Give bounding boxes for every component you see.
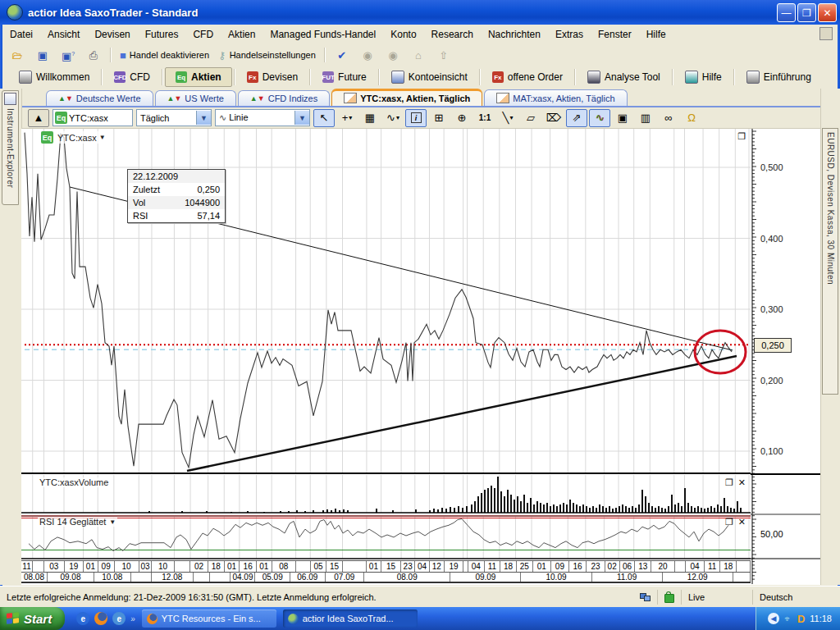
module-tab-offene-order[interactable]: Fxoffene Order <box>482 68 573 86</box>
chart-tab-ytc-xasx-aktien-täglich[interactable]: YTC:xasx, Aktien, Täglich <box>331 89 482 106</box>
add-pane-button[interactable]: ⊞ <box>428 109 450 127</box>
chart-tab-mat-xasx-aktien-täglich[interactable]: MAT:xasx, Aktien, Täglich <box>484 89 627 106</box>
maximize-pane-button[interactable]: ❐ <box>725 517 733 527</box>
module-tab-einführung[interactable]: Einführung <box>737 67 821 87</box>
module-tab-devisen[interactable]: FxDevisen <box>237 68 308 86</box>
grid-toggle-icon: ▦ <box>365 112 375 124</box>
link-charts-button[interactable]: ∞ <box>658 109 679 127</box>
grid-toggle-button[interactable]: ▦ <box>359 109 381 127</box>
maximize-pane-button[interactable]: ❐ <box>737 131 746 142</box>
instrument-explorer-tab[interactable]: Instrument-Explorer <box>2 90 19 205</box>
chart-tab-deutsche-werte[interactable]: ▲▼Deutsche Werte <box>46 90 153 106</box>
menu-fenster[interactable]: Fenster <box>591 26 639 43</box>
y-axis[interactable]: 0,250 50,00 0,5000,4000,3000,2000,100 <box>751 129 820 585</box>
menu-hilfe[interactable]: Hilfe <box>639 26 673 43</box>
title-bar: actior Idea SaxoTrader - Standard — ❐ ✕ <box>0 0 840 25</box>
pointer-tool-button[interactable]: ↖ <box>313 109 335 127</box>
browser-icon[interactable]: e <box>112 612 126 625</box>
print-button[interactable]: ⎙ <box>82 46 105 64</box>
chart-style-select[interactable]: ∿ Linie ▼ <box>215 109 310 126</box>
system-tray: ◀ ᯤ D 11:18 <box>756 607 840 630</box>
close-pane-button[interactable]: ✕ <box>738 517 746 527</box>
trading-settings-button[interactable]: ⚷ Handelseinstellungen <box>215 46 319 64</box>
chart-tab-cfd-indizes[interactable]: ▲▼CFD Indizes <box>238 90 330 106</box>
close-pane-button[interactable]: ✕ <box>738 477 746 488</box>
chart-plot-area[interactable]: Eq YTC:xasx ▼ ❐ YTC:xasxVolume ❐✕ RSI 14… <box>21 129 751 585</box>
delete-drawings-button[interactable]: ⌦ <box>543 109 564 127</box>
back-button[interactable]: ◉ <box>356 46 379 64</box>
day-cell-04: 04 <box>415 561 430 572</box>
open-button[interactable]: 🗁 <box>6 46 29 64</box>
firefox-icon[interactable] <box>94 612 107 625</box>
menu-datei[interactable]: Datei <box>2 26 40 43</box>
collapse-toolbar-button[interactable]: ▲ <box>28 109 49 127</box>
minimized-chart-tab[interactable]: EURUSD, Devisen Kassa, 30 Minuten <box>822 128 838 395</box>
module-tab-aktien[interactable]: EqAktien <box>165 67 232 87</box>
menu-devisen[interactable]: Devisen <box>87 26 137 43</box>
module-tab-hilfe[interactable]: Hilfe <box>675 67 732 87</box>
chart-workspace: Instrument-Explorer Eq YTC:xasx ▼ ❐ YTC:… <box>0 129 840 585</box>
rsi-pane-label-wrap[interactable]: RSI 14 Geglättet ▼ <box>38 517 117 527</box>
module-tab-label: Aktien <box>191 71 221 83</box>
save-button[interactable]: ▣ <box>31 46 54 64</box>
trendline-tool-button[interactable]: ╲▾ <box>497 109 518 127</box>
chart-thumbnail-icon <box>496 93 509 103</box>
menu-research[interactable]: Research <box>424 26 481 43</box>
crosshair-tool-button[interactable]: +▾ <box>336 109 358 127</box>
volume-chart[interactable] <box>21 475 751 514</box>
minimize-button[interactable]: — <box>777 3 796 22</box>
menu-cfd[interactable]: CFD <box>185 26 221 43</box>
module-tab-willkommen[interactable]: Willkommen <box>9 67 99 87</box>
alert-bell-button[interactable]: Ω <box>681 109 702 127</box>
tray-app-icon[interactable]: D <box>797 613 805 625</box>
eraser-button[interactable]: ▱ <box>520 109 541 127</box>
instrument-input[interactable]: Eq YTC:xasx <box>52 109 133 126</box>
copy-chart-image-button[interactable]: ▥ <box>635 109 656 127</box>
wireless-icon[interactable]: ᯤ <box>784 614 792 623</box>
save-chart-image-button[interactable]: ▣ <box>612 109 633 127</box>
restore-button[interactable]: ❐ <box>797 3 816 22</box>
menu-konto[interactable]: Konto <box>383 26 423 43</box>
menu-aktien[interactable]: Aktien <box>221 26 262 43</box>
menu-extras[interactable]: Extras <box>548 26 591 43</box>
module-tab-cfd[interactable]: CFDCFD <box>104 68 160 86</box>
internet-explorer-icon[interactable]: e <box>76 612 89 625</box>
up-button[interactable]: ⇧ <box>432 46 455 64</box>
menu-nachrichten[interactable]: Nachrichten <box>481 26 548 43</box>
window-title: actior Idea SaxoTrader - Standard <box>28 7 198 19</box>
rsi-chart[interactable] <box>21 515 751 559</box>
chart-tab-us-werte[interactable]: ▲▼US Werte <box>155 90 236 106</box>
maximize-pane-button[interactable]: ❐ <box>725 477 733 488</box>
price-pane-legend[interactable]: Eq YTC:xasx ▼ <box>38 131 107 144</box>
mdi-window-icon[interactable] <box>819 27 833 40</box>
info-tool-button[interactable]: i <box>405 109 427 127</box>
home-button[interactable]: ⌂ <box>407 46 430 64</box>
crosshair-tool-icon: + <box>342 112 349 124</box>
module-tab-kontoeinsicht[interactable]: Kontoeinsicht <box>381 67 477 87</box>
start-button[interactable]: Start <box>0 607 65 630</box>
disable-trading-button[interactable]: ■ Handel deaktivieren <box>116 46 212 64</box>
tray-collapse-chevron-icon[interactable]: ◀ <box>768 613 779 624</box>
taskbar-task-button[interactable]: actior Idea SaxoTrad... <box>283 609 418 628</box>
module-tab-future[interactable]: FUTFuture <box>313 68 377 86</box>
menu-ansicht[interactable]: Ansicht <box>40 26 87 43</box>
period-select[interactable]: Täglich ▼ <box>136 109 212 126</box>
close-button[interactable]: ✕ <box>818 3 837 22</box>
menu-futures[interactable]: Futures <box>138 26 186 43</box>
forward-button[interactable]: ◉ <box>381 46 404 64</box>
chart-tab-label: YTC:xasx, Aktien, Täglich <box>360 94 470 103</box>
zoom-tool-button[interactable]: ⊕ <box>451 109 472 127</box>
info-icon: i <box>411 112 422 123</box>
taskbar-task-button[interactable]: YTC Resources - Ein s... <box>142 609 276 628</box>
confirm-button[interactable]: ✔ <box>331 46 354 64</box>
indicator-menu-button[interactable]: ∿▾ <box>382 109 404 127</box>
module-tab-analyse-tool[interactable]: Analyse Tool <box>578 67 670 87</box>
multicolor-indicator-button[interactable]: ∿ <box>589 109 610 127</box>
rsi-pane-label: RSI 14 Geglättet <box>39 517 106 527</box>
firefox-icon <box>147 614 158 624</box>
expand-tool-button[interactable]: ⇗ <box>566 109 587 127</box>
menu-managed-funds-handel[interactable]: Managed Funds-Handel <box>262 26 383 43</box>
save-as-button[interactable]: ▣? <box>57 46 80 64</box>
save-chart-image-icon: ▣ <box>618 112 628 124</box>
one-to-one-button[interactable]: 1:1 <box>474 109 495 127</box>
